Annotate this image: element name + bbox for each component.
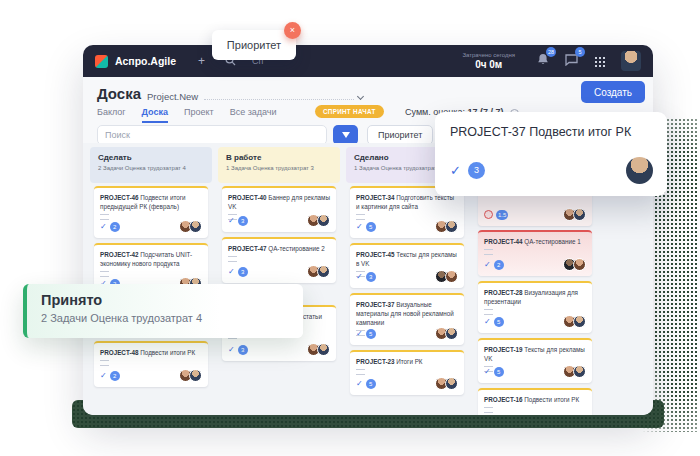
column-todo: Сделать 2 Задачи Оценка трудозатрат 4 PR… xyxy=(90,143,212,415)
check-icon: ✓ xyxy=(100,371,107,380)
check-icon: ✓ xyxy=(228,267,235,276)
estimate-badge: 2 xyxy=(110,371,120,381)
task-card[interactable]: PROJECT-47 QA-тестирование 2 ✓3 xyxy=(222,237,336,283)
task-card[interactable]: PROJECT-16 Подвести итоги РК xyxy=(478,388,592,415)
check-icon: ✓ xyxy=(356,379,363,388)
project-selector[interactable]: Project.New xyxy=(147,91,363,102)
priority-tooltip: Приоритет xyxy=(212,30,296,60)
check-icon: ✓ xyxy=(484,260,491,269)
estimate-badge: 5 xyxy=(366,329,376,339)
chat-icon[interactable]: 5 xyxy=(565,52,578,70)
check-icon: ✓ xyxy=(356,272,363,281)
check-icon: ✓ xyxy=(228,345,235,354)
task-card[interactable]: PROJECT-45 Тексты для рекламы в VK ✓3 xyxy=(350,243,464,288)
alarm-icon xyxy=(484,210,493,219)
column-header-todo: Сделать 2 Задачи Оценка трудозатрат 4 xyxy=(90,147,212,183)
close-icon[interactable]: × xyxy=(284,22,301,39)
check-icon: ✓ xyxy=(356,329,363,338)
task-card[interactable]: PROJECT-46 Подвести итоги предыдущей РК … xyxy=(94,186,208,238)
project-name: Project.New xyxy=(147,91,198,102)
bell-icon[interactable]: 28 xyxy=(537,52,549,70)
task-card[interactable]: PROJECT-23 Итоги РК ✓5 xyxy=(350,350,464,395)
task-card[interactable]: PROJECT-37 Визуальные материалы для ново… xyxy=(350,293,464,345)
funnel-icon xyxy=(342,132,350,138)
description-icon xyxy=(356,369,365,375)
assignee-avatar xyxy=(445,270,458,283)
estimate-badge: 3 xyxy=(238,345,248,355)
task-card[interactable]: PROJECT-48 Подвести итоги РК ✓2 xyxy=(94,341,208,387)
assignee-avatar xyxy=(445,327,458,340)
sprint-status-badge: СПРИНТ НАЧАТ xyxy=(315,105,384,118)
assignee-avatar xyxy=(626,157,653,184)
description-icon xyxy=(484,407,493,413)
assignee-avatar xyxy=(573,365,586,378)
estimate-badge: 2 xyxy=(110,222,120,232)
assignee-avatar xyxy=(573,208,586,221)
time-badge: 1.5 xyxy=(496,210,508,220)
filter-button[interactable] xyxy=(333,125,358,145)
estimate-badge: 3 xyxy=(366,272,376,282)
accepted-title: Принято xyxy=(41,292,289,308)
time-tracker: Затрачено сегодня 0ч 0м xyxy=(462,52,515,70)
estimate-badge: 5 xyxy=(366,379,376,389)
estimate-badge: 3 xyxy=(238,267,248,277)
apps-grid-icon[interactable] xyxy=(594,56,605,67)
assignee-avatar xyxy=(573,258,586,271)
estimate-badge: 3 xyxy=(238,216,248,226)
task-card[interactable]: PROJECT-28 Визуализация для презентации … xyxy=(478,281,592,333)
assignee-avatar xyxy=(445,377,458,390)
search-input[interactable] xyxy=(97,125,327,145)
tab-backlog[interactable]: Баклог xyxy=(97,107,126,123)
app-window: Аспро.Agile + Сп Затрачено сегодня 0ч 0м… xyxy=(83,45,653,415)
check-icon: ✓ xyxy=(228,216,235,225)
create-button[interactable]: Создать xyxy=(581,81,645,103)
estimate-badge: 5 xyxy=(494,317,504,327)
app-name: Аспро.Agile xyxy=(115,55,176,67)
check-icon: ✓ xyxy=(100,222,107,231)
estimate-badge: 3 xyxy=(468,162,485,179)
accepted-column-banner: Принято 2 Задачи Оценка трудозатрат 4 xyxy=(23,284,303,338)
description-icon xyxy=(228,256,237,262)
top-navbar: Аспро.Agile + Сп Затрачено сегодня 0ч 0м… xyxy=(83,45,653,77)
assignee-avatar xyxy=(445,220,458,233)
task-card[interactable]: PROJECT-40 Баннер для рекламы VK ✓3 xyxy=(222,186,336,232)
assignee-avatar xyxy=(573,315,586,328)
check-icon: ✓ xyxy=(450,163,461,178)
promo-stage: Аспро.Agile + Сп Затрачено сегодня 0ч 0м… xyxy=(0,0,700,456)
estimate-badge: 2 xyxy=(494,260,504,270)
assignee-avatar xyxy=(189,369,202,382)
estimate-badge: 5 xyxy=(366,222,376,232)
assignee-avatar xyxy=(317,265,330,278)
description-icon xyxy=(100,360,109,366)
board-tabs: Баклог Доска Проект Все задачи xyxy=(97,107,293,123)
description-icon xyxy=(484,249,493,255)
app-logo xyxy=(95,55,108,68)
assignee-avatar xyxy=(189,220,202,233)
notification-badge: 28 xyxy=(546,47,556,57)
add-icon[interactable]: + xyxy=(198,54,205,68)
user-avatar[interactable] xyxy=(621,51,641,71)
column-in-progress: В работе 1 Задача Оценка трудозатрат 3 P… xyxy=(218,143,340,415)
task-card[interactable]: PROJECT-19 Тексты для рекламы VK ✓5 xyxy=(478,338,592,383)
zoomed-task-card[interactable]: PROJECT-37 Подвести итог РК ✓ 3 xyxy=(435,112,667,196)
column-header-in-progress: В работе 1 Задача Оценка трудозатрат 3 xyxy=(218,147,340,183)
chat-badge: 5 xyxy=(575,47,585,57)
check-icon: ✓ xyxy=(484,367,491,376)
tab-board[interactable]: Доска xyxy=(142,107,168,123)
check-icon: ✓ xyxy=(484,317,491,326)
assignee-avatar xyxy=(317,343,330,356)
tab-all-tasks[interactable]: Все задачи xyxy=(230,107,277,123)
task-card-overdue[interactable]: PROJECT-44 QA-тестирование 1 ✓2 xyxy=(478,230,592,276)
zoomed-card-title: PROJECT-37 Подвести итог РК xyxy=(450,125,652,139)
page-title: Доска xyxy=(97,85,141,102)
chevron-down-icon xyxy=(357,93,364,100)
tab-project[interactable]: Проект xyxy=(184,107,214,123)
check-icon: ✓ xyxy=(356,222,363,231)
accepted-meta: 2 Задачи Оценка трудозатрат 4 xyxy=(41,312,289,324)
priority-filter-chip[interactable]: Приоритет xyxy=(367,125,433,145)
assignee-avatar xyxy=(317,214,330,227)
divider xyxy=(204,99,354,100)
estimate-badge: 5 xyxy=(494,367,504,377)
